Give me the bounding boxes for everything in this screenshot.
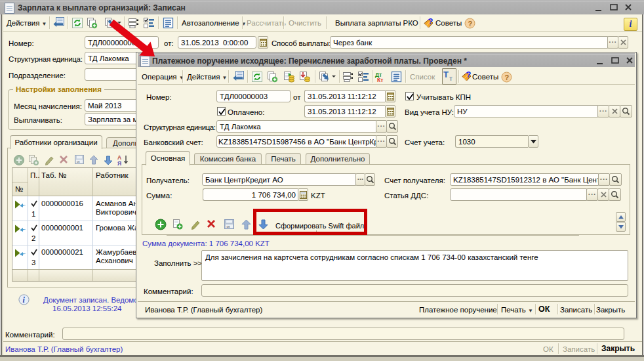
svg-text:Я: Я xyxy=(117,160,121,166)
svg-text:?: ? xyxy=(466,70,472,79)
svg-text:Кт: Кт xyxy=(377,77,383,83)
svg-text:Т: Т xyxy=(443,70,449,79)
svg-text:?: ? xyxy=(468,20,473,28)
svg-text:?: ? xyxy=(428,17,433,26)
svg-text:ок: ок xyxy=(227,224,231,228)
svg-text:т: т xyxy=(449,75,453,82)
svg-text:?: ? xyxy=(505,74,510,81)
svg-text:ок: ок xyxy=(77,160,80,163)
